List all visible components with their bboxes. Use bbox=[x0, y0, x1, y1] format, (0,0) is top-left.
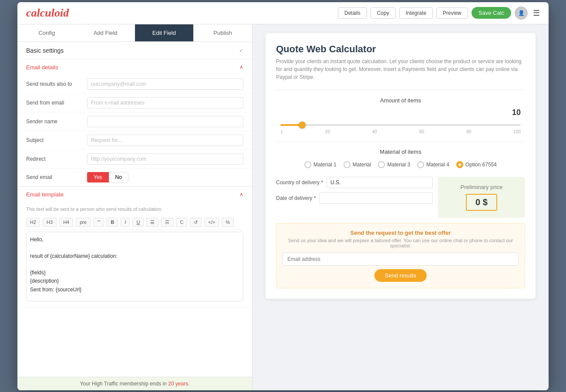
left-content: Basic settings ✓ Email details ∧ Send re… bbox=[17, 42, 252, 377]
toolbar-italic[interactable]: I bbox=[121, 218, 130, 227]
country-input[interactable] bbox=[327, 177, 433, 188]
radio-label-5: Option 67554 bbox=[465, 162, 497, 168]
toolbar-h3[interactable]: H3 bbox=[43, 218, 57, 227]
slider-current-value: 10 bbox=[512, 108, 521, 117]
toolbar-pre[interactable]: pre bbox=[76, 218, 91, 227]
tab-add-field[interactable]: Add Field bbox=[76, 24, 135, 41]
bottom-bar-suffix: . bbox=[188, 381, 189, 387]
avatar[interactable]: 👤 bbox=[515, 7, 528, 20]
preview-title: Quote Web Calculator bbox=[276, 44, 525, 55]
toolbar-list-ol[interactable]: ☴ bbox=[161, 218, 173, 227]
slider-labels: 1 20 40 60 80 100 bbox=[280, 129, 521, 134]
tab-edit-field[interactable]: Edit Field bbox=[135, 24, 194, 41]
preview-desc: Provide your clients an instant quote ca… bbox=[276, 57, 525, 81]
slider-label-100: 100 bbox=[513, 129, 521, 134]
slider-track[interactable] bbox=[280, 124, 521, 126]
toolbar-underline[interactable]: U bbox=[132, 218, 144, 227]
toolbar-quote[interactable]: “” bbox=[93, 218, 104, 227]
template-toolbar: H2 H3 H4 pre “” B I U ☰ ☴ C ↺ </ bbox=[26, 215, 243, 230]
country-field: Country of delivery * bbox=[276, 177, 433, 188]
material-section-title: Material of items bbox=[276, 149, 525, 155]
template-textarea[interactable]: Hello, result of {calculatorName} calcul… bbox=[26, 232, 243, 301]
preview-button[interactable]: Preview bbox=[436, 7, 468, 19]
sender-name-input[interactable] bbox=[87, 116, 243, 127]
delivery-price-row: Country of delivery * Date of delivery *… bbox=[276, 177, 525, 218]
left-panel: Config Add Field Edit Field Publish Basi… bbox=[17, 24, 253, 390]
send-from-row: Send from email bbox=[17, 94, 252, 112]
radio-label-2: Material bbox=[353, 162, 371, 168]
email-details-section: Email details ∧ Send results also to Sen… bbox=[17, 60, 252, 187]
radio-material-1[interactable]: Material 1 bbox=[304, 161, 337, 168]
delivery-fields: Country of delivery * Date of delivery * bbox=[276, 177, 433, 218]
top-bar: calculoid Details Copy Integrate Preview… bbox=[17, 2, 549, 24]
email-details-chevron: ∧ bbox=[239, 64, 243, 70]
send-results-button[interactable]: Send results bbox=[374, 269, 427, 282]
price-label: Preliminary price bbox=[461, 184, 503, 190]
save-button[interactable]: Save Calc bbox=[472, 7, 511, 19]
amount-section-title: Amount of items bbox=[276, 97, 525, 104]
toolbar-list-ul[interactable]: ☰ bbox=[146, 218, 158, 227]
slider-label-1: 1 bbox=[280, 129, 283, 134]
send-results-row: Send results also to bbox=[17, 75, 252, 94]
send-email-yes[interactable]: Yes bbox=[87, 172, 109, 182]
toolbar-h4[interactable]: H4 bbox=[59, 218, 73, 227]
send-results-input[interactable] bbox=[87, 78, 243, 90]
tab-publish[interactable]: Publish bbox=[193, 24, 252, 41]
radio-material-4[interactable]: Material 4 bbox=[417, 161, 449, 168]
price-box: Preliminary price 0 $ bbox=[438, 177, 525, 218]
email-template-chevron: ∧ bbox=[239, 191, 243, 197]
radio-circle-3 bbox=[378, 161, 385, 168]
sender-name-row: Sender name bbox=[17, 112, 252, 131]
radio-circle-4 bbox=[417, 161, 424, 168]
email-template-label: Email template bbox=[26, 191, 64, 198]
basic-settings-label: Basic settings bbox=[26, 47, 64, 54]
email-details-header[interactable]: Email details ∧ bbox=[17, 60, 252, 75]
subject-label: Subject bbox=[26, 137, 87, 143]
radio-label-4: Material 4 bbox=[426, 162, 449, 168]
send-email-no[interactable]: No bbox=[109, 172, 128, 182]
subject-input[interactable] bbox=[87, 135, 243, 146]
redirect-input[interactable] bbox=[87, 153, 243, 165]
main-layout: Config Add Field Edit Field Publish Basi… bbox=[17, 24, 549, 390]
toolbar-source[interactable]: </> bbox=[204, 218, 219, 227]
toolbar-bold[interactable]: B bbox=[107, 218, 118, 227]
template-section: This text will be sent to a person who s… bbox=[17, 202, 252, 307]
top-nav: Details Copy Integrate Preview Save Calc… bbox=[338, 7, 540, 20]
toolbar-h2[interactable]: H2 bbox=[26, 218, 40, 227]
slider-label-40: 40 bbox=[372, 129, 377, 134]
hamburger-icon[interactable]: ☰ bbox=[533, 8, 540, 18]
radio-circle-1 bbox=[304, 161, 311, 168]
tab-config[interactable]: Config bbox=[17, 24, 76, 41]
send-email-row: Send email Yes No bbox=[17, 169, 252, 186]
date-input[interactable] bbox=[319, 193, 433, 204]
material-radio-group: Material 1 Material Material 3 Mate bbox=[276, 159, 525, 170]
email-input[interactable] bbox=[283, 253, 519, 266]
send-email-toggle: Yes No bbox=[87, 172, 128, 182]
send-from-label: Send from email bbox=[26, 100, 87, 106]
right-panel: Quote Web Calculator Provide your client… bbox=[253, 24, 549, 390]
email-template-section: Email template ∧ This text will be sent … bbox=[17, 187, 252, 308]
redirect-row: Redirect bbox=[17, 150, 252, 169]
toolbar-code[interactable]: C bbox=[176, 218, 187, 227]
integrate-button[interactable]: Integrate bbox=[399, 7, 433, 19]
send-email-label: Send email bbox=[26, 174, 87, 180]
details-button[interactable]: Details bbox=[338, 7, 367, 19]
slider-label-60: 60 bbox=[419, 129, 424, 134]
slider-thumb[interactable] bbox=[299, 122, 306, 128]
bottom-bar-highlight: 20 years bbox=[168, 381, 188, 387]
cta-desc: Send us your idea and we will prepare a … bbox=[283, 238, 519, 248]
radio-material-3[interactable]: Material 3 bbox=[378, 161, 410, 168]
toolbar-undo[interactable]: ↺ bbox=[190, 218, 202, 227]
copy-button[interactable]: Copy bbox=[371, 7, 396, 19]
send-results-label: Send results also to bbox=[26, 81, 87, 87]
radio-option-67554[interactable]: Option 67554 bbox=[456, 161, 497, 168]
toolbar-percent[interactable]: % bbox=[222, 218, 234, 227]
send-from-input[interactable] bbox=[87, 97, 243, 108]
amount-section: Amount of items 10 1 20 40 bbox=[276, 90, 525, 134]
basic-settings-header[interactable]: Basic settings ✓ bbox=[17, 42, 252, 60]
email-template-header[interactable]: Email template ∧ bbox=[17, 187, 252, 202]
template-desc: This text will be sent to a person who s… bbox=[26, 206, 243, 212]
slider-container: 10 1 20 40 60 80 100 bbox=[276, 108, 525, 134]
radio-material-2[interactable]: Material bbox=[344, 161, 371, 168]
slider-label-20: 20 bbox=[325, 129, 330, 134]
